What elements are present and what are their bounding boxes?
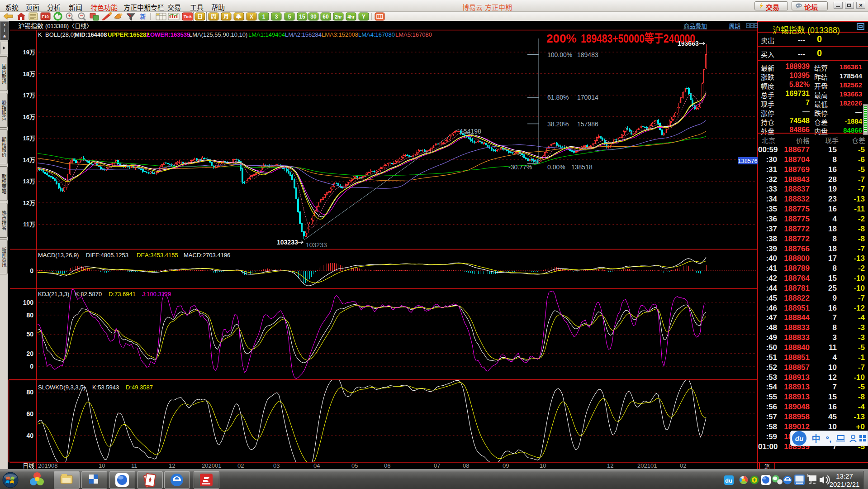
svg-text:202101: 202101 [637, 462, 657, 469]
svg-text:LMA(125,55,90,10,10): LMA(125,55,90,10,10) [189, 31, 247, 38]
svg-text:138518: 138518 [571, 163, 593, 171]
svg-text:中: 中 [811, 434, 820, 444]
svg-text:周: 周 [211, 14, 216, 20]
svg-text:61.80%: 61.80% [547, 94, 569, 101]
svg-text:BOLL(28,0): BOLL(28,0) [45, 31, 76, 38]
svg-text:103233: 103233 [306, 241, 327, 249]
svg-text:°,: °, [826, 434, 832, 444]
svg-text:F10: F10 [42, 14, 49, 19]
svg-text:(013388)〈日线〉: (013388)〈日线〉 [45, 23, 92, 29]
svg-text:月: 月 [223, 14, 229, 20]
svg-text:0: 0 [30, 267, 33, 274]
svg-text:05: 05 [351, 462, 358, 469]
svg-text:10: 10 [99, 462, 105, 469]
svg-text:10: 10 [540, 462, 546, 469]
svg-text:17万: 17万 [23, 92, 35, 99]
svg-text:UPPER:165282: UPPER:165282 [108, 31, 150, 38]
svg-text:100.00%: 100.00% [547, 51, 572, 58]
svg-text:日线: 日线 [23, 462, 34, 469]
svg-text:MACD:2703.4196: MACD:2703.4196 [184, 252, 230, 259]
svg-text:19万: 19万 [23, 49, 35, 56]
svg-text:189483+50000等于240000: 189483+50000等于240000 [581, 32, 695, 45]
svg-text:157986: 157986 [577, 120, 598, 128]
svg-text:16万: 16万 [23, 114, 35, 120]
svg-text:Y: Y [362, 14, 365, 20]
svg-text:189483: 189483 [577, 51, 598, 58]
svg-text:12: 12 [607, 462, 613, 469]
svg-text:80: 80 [26, 388, 33, 396]
svg-text:03: 03 [273, 462, 280, 469]
svg-text:02: 02 [680, 462, 686, 469]
svg-text:38.20%: 38.20% [547, 120, 569, 128]
svg-text:MACD(13,26,9): MACD(13,26,9) [38, 252, 79, 259]
svg-text:60: 60 [26, 410, 33, 417]
svg-text:KDJ(21,3,3): KDJ(21,3,3) [38, 291, 69, 297]
svg-text:季: 季 [236, 13, 242, 20]
svg-text:138576: 138576 [738, 158, 757, 164]
svg-text:14万: 14万 [23, 157, 35, 163]
svg-text:Tick: Tick [184, 14, 192, 19]
svg-text:沪锡指数: 沪锡指数 [18, 22, 43, 29]
svg-text:日: 日 [197, 14, 203, 20]
svg-text:J:100.3729: J:100.3729 [142, 291, 171, 297]
svg-text:154198: 154198 [460, 128, 481, 135]
svg-text:3: 3 [275, 14, 278, 20]
svg-text:60: 60 [323, 14, 329, 20]
svg-text:80: 80 [26, 312, 33, 319]
svg-text:201908: 201908 [38, 462, 57, 469]
svg-text:K: K [38, 31, 42, 38]
svg-text:100: 100 [23, 299, 34, 306]
svg-text:商品叠加: 商品叠加 [683, 23, 707, 29]
svg-text:1: 1 [262, 14, 266, 20]
svg-text:SLOWKD(9,3,3,5): SLOWKD(9,3,3,5) [38, 384, 85, 391]
svg-text:07: 07 [434, 462, 440, 469]
svg-text:DIFF:4805.1253: DIFF:4805.1253 [86, 252, 128, 259]
svg-text:du: du [795, 435, 803, 442]
svg-text:X: X [250, 14, 253, 20]
svg-text:周期: 周期 [729, 23, 740, 29]
svg-text:2hr: 2hr [335, 14, 342, 19]
svg-text:DEA:3453.4155: DEA:3453.4155 [137, 252, 178, 259]
svg-text:LMA4:167080: LMA4:167080 [358, 31, 395, 38]
svg-text:11万: 11万 [23, 221, 35, 228]
svg-text:170014: 170014 [577, 94, 598, 101]
svg-text:04: 04 [313, 462, 320, 469]
svg-text:4hr: 4hr [347, 14, 355, 19]
svg-text:0.00%: 0.00% [547, 163, 565, 171]
svg-text:103233: 103233 [277, 239, 298, 246]
svg-text:D:49.3587: D:49.3587 [126, 384, 153, 391]
svg-text:12万: 12万 [23, 200, 35, 206]
svg-text:LMA3:152008: LMA3:152008 [322, 31, 358, 38]
svg-text:12: 12 [169, 462, 175, 469]
svg-text:LMA1:149404: LMA1:149404 [248, 31, 285, 38]
svg-text:02: 02 [237, 462, 244, 469]
svg-text:40: 40 [26, 432, 33, 439]
svg-text:新: 新 [140, 13, 146, 20]
svg-text:08: 08 [463, 462, 469, 469]
svg-text:K:53.5943: K:53.5943 [92, 384, 119, 391]
svg-text:202001: 202001 [202, 462, 221, 469]
svg-text:LMA2:156284: LMA2:156284 [285, 31, 322, 38]
svg-text:15万: 15万 [23, 135, 35, 142]
svg-text:5: 5 [288, 14, 291, 20]
svg-text:20: 20 [26, 350, 33, 357]
svg-text:13万: 13万 [23, 178, 35, 185]
svg-text:K:82.5870: K:82.5870 [75, 291, 102, 297]
svg-text:11: 11 [131, 462, 138, 469]
svg-text:09: 09 [503, 462, 509, 469]
svg-text:200%: 200% [546, 32, 577, 45]
svg-text:LOWER:163535: LOWER:163535 [147, 31, 190, 38]
svg-text:-30.77%: -30.77% [508, 163, 532, 171]
svg-text:30: 30 [310, 14, 317, 20]
svg-text:15: 15 [299, 14, 305, 20]
svg-text:50: 50 [26, 331, 33, 338]
svg-text:D:73.6941: D:73.6941 [109, 291, 136, 297]
svg-text:du: du [725, 477, 732, 484]
svg-text:06: 06 [384, 462, 390, 469]
svg-text:LMA5:167080: LMA5:167080 [395, 31, 432, 38]
svg-text:18万: 18万 [23, 71, 35, 77]
svg-text:MID:164408: MID:164408 [75, 31, 107, 38]
svg-text:0: 0 [30, 363, 33, 370]
